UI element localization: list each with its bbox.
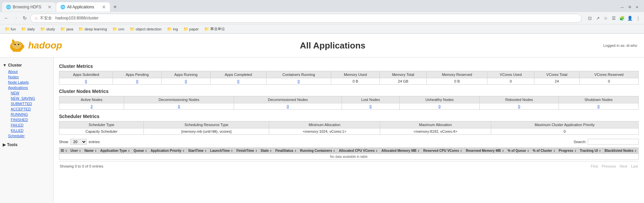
next-button[interactable]: Next [620,164,628,168]
th-running-containers[interactable]: Running Containers ⇕ [298,148,337,154]
th-progress[interactable]: Progress ⇕ [557,148,578,154]
sidebar-item-scheduler[interactable]: Scheduler [3,133,51,138]
page-title: All Applications [62,40,603,51]
tab-all-applications[interactable]: 🌐 All Applications ✕ [56,2,110,12]
th-launchtime[interactable]: LaunchTime ⇕ [209,148,235,154]
bookmark-java[interactable]: 📁 java [58,26,75,32]
bookmark-star-icon[interactable]: ☆ [602,15,609,21]
sidebar-tools-title[interactable]: ▶ Tools [3,141,51,148]
val-apps-running[interactable]: 0 [162,78,211,85]
svg-point-8 [18,44,19,45]
close-window-button[interactable]: ✕ [635,5,639,9]
restore-button[interactable]: ⧉ [627,5,632,9]
sidebar-item-finished[interactable]: FINISHED [3,117,51,122]
val-apps-completed[interactable]: 0 [211,78,267,85]
col-apps-submitted: Apps Submitted [59,71,113,78]
th-finishtime[interactable]: FinishTime ⇕ [235,148,259,154]
sidebar-item-node-labels[interactable]: Node Labels [3,80,51,85]
th-starttime[interactable]: StartTime ⇕ [186,148,209,154]
share-icon[interactable]: ↗ [594,15,601,21]
val-memory-total: 24 GB [379,78,426,85]
sidebar-item-applications[interactable]: Applications [3,85,51,90]
tab-browsing-hdfs[interactable]: 🌐 Browsing HDFS ✕ [2,2,56,12]
show-entries-select[interactable]: 10 20 25 50 100 [70,139,87,145]
tab-close-2[interactable]: ✕ [102,4,106,10]
bookmark-ing[interactable]: 📁 ing [165,26,180,32]
th-reserved-cpu[interactable]: Reserved CPU VCores ⇕ [421,148,464,154]
search-input[interactable] [588,139,639,145]
th-pct-queue[interactable]: % of Queue ⇕ [506,148,531,154]
th-user[interactable]: User ⇕ [69,148,83,154]
sidebar-item-accepted[interactable]: ACCEPTED [3,106,51,112]
th-allocated-memory[interactable]: Allocated Memory MB ⇕ [380,148,422,154]
sidebar-item-new-saving[interactable]: NEW_SAVING [3,96,51,101]
val-apps-pending[interactable]: 0 [113,78,162,85]
last-button[interactable]: Last [631,164,638,168]
first-button[interactable]: First [591,164,598,168]
address-bar[interactable]: ⚠ 不安全 hadoop103:8088/cluster [30,14,582,23]
folder-icon: 📁 [78,27,83,31]
bookmark-deep-learning[interactable]: 📁 deep learning [76,26,109,32]
bookmark-daily[interactable]: 📁 daily [19,26,37,32]
scheduler-metrics-title: Scheduler Metrics [59,114,639,119]
val-active-nodes[interactable]: 3 [59,103,124,110]
more-icon[interactable]: ⋮ [635,15,641,21]
cast-icon[interactable]: ⊡ [586,15,593,21]
main-area: ▼ Cluster About Nodes Node Labels Applic… [0,58,644,203]
val-decommissioned-nodes[interactable]: 0 [234,103,342,110]
sort-arrows-resmem: ⇕ [502,149,504,153]
val-lost-nodes[interactable]: 0 [342,103,400,110]
th-state[interactable]: State ⇕ [259,148,274,154]
bookmark-label-dl: deep learning [84,27,107,31]
col-memory-used: Memory Used [331,71,380,78]
sidebar-item-killed[interactable]: KILLED [3,128,51,133]
th-allocated-cpu[interactable]: Allocated CPU VCores ⇕ [337,148,380,154]
new-tab-button[interactable]: + [111,2,120,12]
tab-close-1[interactable]: ✕ [48,4,52,10]
sidebar-item-about[interactable]: About [3,69,51,74]
val-apps-submitted[interactable]: 0 [59,78,113,85]
extensions-icon[interactable]: 🧩 [619,15,625,21]
th-blacklisted-nodes[interactable]: Blacklisted Nodes ⇕ [603,148,638,154]
sort-arrows-pctcluster: ⇕ [553,149,555,153]
col-rebooted-nodes: Rebooted Nodes [480,96,559,103]
val-shutdown-nodes[interactable]: 0 [559,103,638,110]
bookmark-fun[interactable]: 📁 fun [3,26,18,32]
val-unhealthy-nodes[interactable]: 0 [399,103,480,110]
svg-point-7 [14,44,16,45]
tab-search-icon[interactable]: ☰ [610,15,617,21]
reload-button[interactable]: ↻ [21,15,28,21]
th-name[interactable]: Name ⇕ [83,148,99,154]
th-finalstatus[interactable]: FinalStatus ⇕ [274,148,298,154]
sidebar-item-failed[interactable]: FAILED [3,122,51,128]
col-apps-pending: Apps Pending [113,71,162,78]
sidebar-item-submitted[interactable]: SUBMITTED [3,101,51,106]
bookmark-object-detection[interactable]: 📁 object detection [128,26,164,32]
th-id[interactable]: ID ⇕ [59,148,69,154]
val-containers-running[interactable]: 0 [266,78,331,85]
th-application-type[interactable]: Application Type ⇕ [99,148,132,154]
th-tracking-ui[interactable]: Tracking UI ⇕ [578,148,603,154]
val-rebooted-nodes[interactable]: 0 [480,103,559,110]
bookmark-cnn[interactable]: 📁 cnn [110,26,126,32]
bookmark-study[interactable]: 📁 study [38,26,57,32]
th-pct-cluster[interactable]: % of Cluster ⇕ [531,148,557,154]
th-reserved-memory[interactable]: Reserved Memory MB ⇕ [464,148,506,154]
bookmark-paper[interactable]: 📁 paper [181,26,201,32]
forward-button[interactable]: → [12,15,19,21]
showing-info: Showing 0 to 0 of 0 entries [60,163,103,170]
th-application-priority[interactable]: Application Priority ⇕ [149,148,186,154]
bookmark-label-study: study [46,27,55,31]
sidebar-item-running[interactable]: RUNNING [3,112,51,117]
back-button[interactable]: ← [3,15,10,21]
minimize-button[interactable]: — [620,5,625,9]
val-decommissioning-nodes[interactable]: 0 [124,103,234,110]
sidebar-item-new[interactable]: NEW [3,90,51,96]
bookmark-shiye[interactable]: 📁 事业单位 [202,26,227,32]
profile-icon[interactable]: 👤 [627,15,633,21]
previous-button[interactable]: Previous [602,164,616,168]
sidebar-cluster-title[interactable]: ▼ Cluster [3,62,51,69]
sidebar-item-nodes[interactable]: Nodes [3,74,51,80]
th-queue[interactable]: Queue ⇕ [132,148,149,154]
sort-arrows-state: ⇕ [270,149,272,153]
